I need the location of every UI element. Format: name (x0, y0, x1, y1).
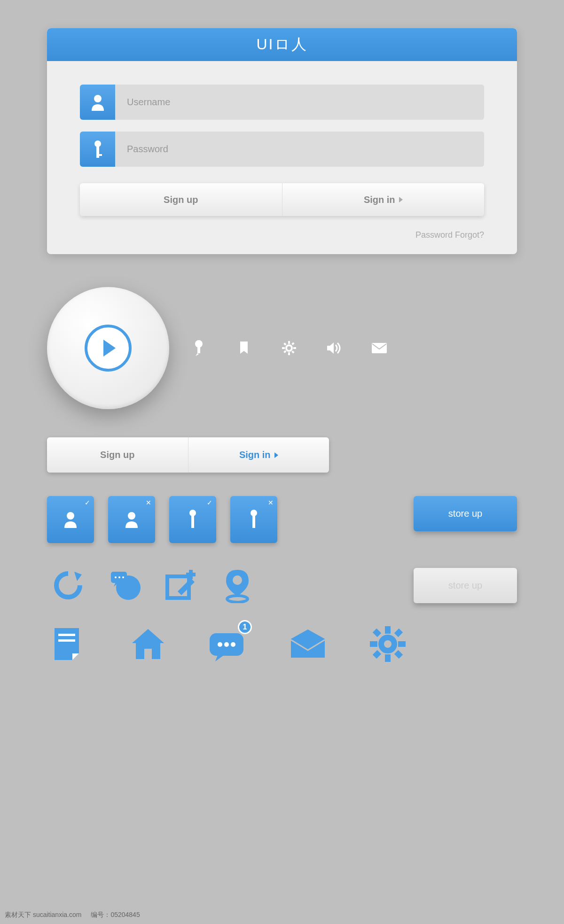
store-up-label: store up (448, 508, 482, 519)
chevron-right-icon (399, 197, 403, 202)
key-x-tile[interactable]: ✕ (230, 496, 277, 543)
sign-up-label: Sign up (164, 194, 198, 205)
document-icon[interactable] (47, 623, 89, 665)
location-icon[interactable] (216, 564, 258, 606)
svg-point-24 (115, 576, 117, 578)
username-input[interactable] (115, 85, 484, 120)
icon-row-2: 1 (47, 623, 517, 665)
close-icon: ✕ (268, 499, 274, 506)
svg-rect-45 (394, 629, 403, 637)
signin-signup-group-2: Sign up Sign in (47, 437, 329, 473)
svg-point-38 (381, 637, 394, 651)
header-title: UIロ人 (257, 34, 308, 55)
key-icon (80, 132, 115, 167)
svg-rect-8 (288, 352, 290, 355)
svg-point-25 (118, 576, 120, 578)
chat-globe-icon[interactable] (103, 564, 146, 606)
compose-icon[interactable] (160, 564, 202, 606)
volume-icon[interactable] (326, 340, 343, 357)
svg-point-30 (233, 575, 242, 585)
user-check-tile[interactable]: ✓ (47, 496, 94, 543)
svg-rect-44 (394, 650, 403, 659)
person-icon (80, 85, 115, 120)
svg-rect-29 (186, 573, 196, 576)
store-up-label-gray: store up (448, 580, 482, 591)
badge-count: 1 (238, 620, 252, 634)
play-icon (85, 325, 132, 372)
tiles-row: ✓ ✕ ✓ ✕ store up (47, 496, 517, 543)
svg-point-37 (231, 642, 235, 647)
password-input[interactable] (115, 132, 484, 167)
sign-in-button[interactable]: Sign in (282, 183, 485, 216)
close-icon: ✕ (146, 499, 151, 506)
svg-point-17 (128, 512, 135, 520)
svg-rect-10 (293, 347, 296, 349)
svg-rect-43 (373, 629, 381, 637)
svg-point-0 (94, 95, 102, 102)
svg-rect-9 (282, 347, 285, 349)
user-x-tile[interactable]: ✕ (108, 496, 155, 543)
mail-open-icon[interactable] (287, 623, 329, 665)
mini-icons-row (190, 340, 388, 357)
svg-rect-13 (291, 342, 294, 345)
play-button[interactable] (47, 287, 169, 409)
svg-rect-32 (58, 634, 75, 636)
svg-rect-39 (385, 626, 391, 634)
username-group (80, 85, 484, 120)
sign-in-button-2[interactable]: Sign in (188, 437, 329, 473)
check-icon: ✓ (85, 499, 90, 506)
sign-up-button[interactable]: Sign up (80, 183, 282, 216)
password-group (80, 132, 484, 167)
footer-right: 编号：05204845 (91, 911, 140, 919)
svg-rect-14 (283, 350, 286, 353)
svg-point-26 (122, 576, 124, 578)
svg-rect-12 (291, 350, 294, 353)
gear-icon[interactable] (281, 340, 298, 357)
svg-rect-42 (398, 641, 406, 647)
settings-gear-icon[interactable] (367, 623, 409, 665)
svg-point-31 (227, 596, 248, 602)
svg-rect-2 (96, 146, 99, 158)
svg-point-6 (286, 345, 292, 351)
media-row (47, 287, 517, 409)
login-card: UIロ人 Sign up Sign in (47, 28, 517, 254)
sign-up-label-2: Sign up (100, 450, 134, 460)
svg-rect-15 (372, 343, 387, 353)
check-icon: ✓ (207, 499, 212, 506)
svg-rect-41 (370, 641, 377, 647)
footer: 素材天下 sucaitianxia.com 编号：05204845 (5, 911, 140, 919)
svg-rect-46 (373, 650, 381, 659)
chevron-right-icon (274, 452, 278, 458)
store-up-button-gray[interactable]: store up (414, 568, 517, 603)
svg-point-4 (195, 340, 203, 348)
chat-badge-icon[interactable]: 1 (207, 623, 249, 665)
sign-in-label: Sign in (364, 194, 395, 205)
svg-rect-19 (191, 515, 194, 528)
svg-point-36 (224, 642, 229, 647)
key-check-tile[interactable]: ✓ (169, 496, 216, 543)
footer-left: 素材天下 sucaitianxia.com (5, 911, 81, 919)
icon-row-1: store up (47, 564, 517, 606)
bookmark-icon[interactable] (235, 340, 252, 357)
svg-rect-40 (385, 654, 391, 662)
svg-rect-5 (197, 347, 200, 353)
signin-signup-group: Sign up Sign in (80, 183, 484, 216)
svg-rect-3 (96, 154, 102, 156)
store-up-button-blue[interactable]: store up (414, 496, 517, 531)
svg-rect-7 (288, 341, 290, 344)
home-icon[interactable] (127, 623, 169, 665)
svg-point-16 (67, 512, 74, 520)
sign-in-label-2: Sign in (239, 450, 271, 460)
card-header: UIロ人 (47, 28, 517, 61)
refresh-icon[interactable] (47, 564, 89, 606)
svg-rect-11 (283, 342, 286, 345)
svg-rect-33 (58, 639, 75, 642)
pin-icon[interactable] (190, 340, 207, 357)
svg-point-35 (218, 642, 222, 647)
svg-rect-21 (252, 515, 255, 528)
forgot-password-link[interactable]: Password Forgot? (80, 230, 484, 240)
card-body: Sign up Sign in Password Forgot? (47, 61, 517, 254)
mail-icon[interactable] (371, 340, 388, 357)
sign-up-button-2[interactable]: Sign up (47, 437, 188, 473)
